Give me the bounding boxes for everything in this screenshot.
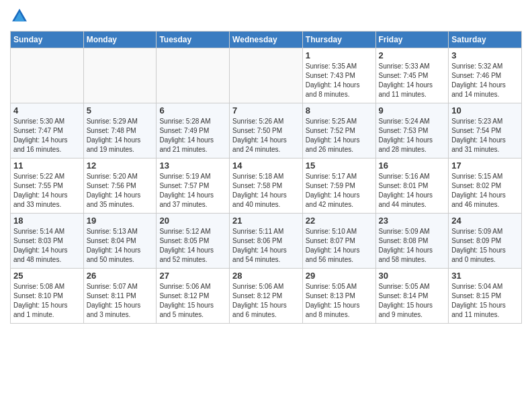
week-row-2: 4Sunrise: 5:30 AM Sunset: 7:47 PM Daylig… [11,103,522,158]
logo [10,7,32,26]
day-info: Sunrise: 5:25 AM Sunset: 7:52 PM Dayligh… [306,117,373,154]
header-saturday: Saturday [449,32,522,48]
day-number: 15 [306,161,373,171]
header [10,7,522,26]
day-info: Sunrise: 5:04 AM Sunset: 8:15 PM Dayligh… [451,282,519,320]
day-cell: 15Sunrise: 5:17 AM Sunset: 7:59 PM Dayli… [302,158,375,214]
day-number: 29 [306,271,373,281]
header-tuesday: Tuesday [157,32,230,48]
day-info: Sunrise: 5:28 AM Sunset: 7:49 PM Dayligh… [159,117,226,154]
day-info: Sunrise: 5:09 AM Sunset: 8:08 PM Dayligh… [379,227,446,265]
day-cell: 13Sunrise: 5:19 AM Sunset: 7:57 PM Dayli… [157,158,230,214]
day-cell [157,48,230,103]
day-number: 9 [379,105,446,116]
day-info: Sunrise: 5:14 AM Sunset: 8:03 PM Dayligh… [13,227,81,265]
day-cell: 26Sunrise: 5:07 AM Sunset: 8:11 PM Dayli… [83,269,157,324]
day-info: Sunrise: 5:09 AM Sunset: 8:09 PM Dayligh… [451,227,519,265]
day-cell: 20Sunrise: 5:12 AM Sunset: 8:05 PM Dayli… [157,214,230,269]
week-row-4: 18Sunrise: 5:14 AM Sunset: 8:03 PM Dayli… [11,214,522,269]
day-number: 26 [87,271,154,281]
day-info: Sunrise: 5:23 AM Sunset: 7:54 PM Dayligh… [451,117,519,154]
week-row-1: 1Sunrise: 5:35 AM Sunset: 7:43 PM Daylig… [11,48,522,103]
day-cell: 25Sunrise: 5:08 AM Sunset: 8:10 PM Dayli… [11,269,84,324]
day-cell: 1Sunrise: 5:35 AM Sunset: 7:43 PM Daylig… [302,48,375,103]
day-cell: 7Sunrise: 5:26 AM Sunset: 7:50 PM Daylig… [230,103,303,158]
day-cell [11,48,84,103]
day-info: Sunrise: 5:33 AM Sunset: 7:45 PM Dayligh… [379,62,446,99]
header-wednesday: Wednesday [230,32,303,48]
day-info: Sunrise: 5:16 AM Sunset: 8:01 PM Dayligh… [379,172,446,210]
day-cell: 2Sunrise: 5:33 AM Sunset: 7:45 PM Daylig… [375,48,449,103]
day-number: 17 [451,161,519,171]
day-number: 7 [232,105,300,116]
day-number: 20 [159,216,226,226]
day-number: 21 [232,216,300,226]
day-cell: 24Sunrise: 5:09 AM Sunset: 8:09 PM Dayli… [449,214,522,269]
day-number: 23 [379,216,446,226]
day-number: 12 [87,161,154,171]
day-number: 25 [13,271,81,281]
day-number: 10 [451,105,519,116]
day-cell: 31Sunrise: 5:04 AM Sunset: 8:15 PM Dayli… [449,269,522,324]
day-number: 6 [159,105,226,116]
day-cell: 6Sunrise: 5:28 AM Sunset: 7:49 PM Daylig… [157,103,230,158]
day-info: Sunrise: 5:07 AM Sunset: 8:11 PM Dayligh… [87,282,154,320]
week-row-5: 25Sunrise: 5:08 AM Sunset: 8:10 PM Dayli… [11,269,522,324]
day-number: 27 [159,271,226,281]
day-info: Sunrise: 5:06 AM Sunset: 8:12 PM Dayligh… [159,282,226,320]
day-cell: 17Sunrise: 5:15 AM Sunset: 8:02 PM Dayli… [449,158,522,214]
calendar-header-row: SundayMondayTuesdayWednesdayThursdayFrid… [11,32,522,48]
day-info: Sunrise: 5:17 AM Sunset: 7:59 PM Dayligh… [306,172,373,210]
day-number: 24 [451,216,519,226]
logo-icon [10,7,29,26]
day-number: 4 [13,105,81,116]
header-sunday: Sunday [11,32,84,48]
day-number: 8 [306,105,373,116]
day-cell: 4Sunrise: 5:30 AM Sunset: 7:47 PM Daylig… [11,103,84,158]
day-cell: 14Sunrise: 5:18 AM Sunset: 7:58 PM Dayli… [230,158,303,214]
day-number: 14 [232,161,300,171]
day-cell: 12Sunrise: 5:20 AM Sunset: 7:56 PM Dayli… [83,158,157,214]
day-cell: 18Sunrise: 5:14 AM Sunset: 8:03 PM Dayli… [11,214,84,269]
header-thursday: Thursday [302,32,375,48]
day-info: Sunrise: 5:06 AM Sunset: 8:12 PM Dayligh… [232,282,300,320]
day-info: Sunrise: 5:05 AM Sunset: 8:13 PM Dayligh… [306,282,373,320]
day-info: Sunrise: 5:32 AM Sunset: 7:46 PM Dayligh… [451,62,519,99]
day-cell: 22Sunrise: 5:10 AM Sunset: 8:07 PM Dayli… [302,214,375,269]
day-cell: 21Sunrise: 5:11 AM Sunset: 8:06 PM Dayli… [230,214,303,269]
day-cell: 27Sunrise: 5:06 AM Sunset: 8:12 PM Dayli… [157,269,230,324]
day-number: 30 [379,271,446,281]
day-info: Sunrise: 5:13 AM Sunset: 8:04 PM Dayligh… [87,227,154,265]
day-cell: 16Sunrise: 5:16 AM Sunset: 8:01 PM Dayli… [375,158,449,214]
day-info: Sunrise: 5:10 AM Sunset: 8:07 PM Dayligh… [306,227,373,265]
day-number: 16 [379,161,446,171]
day-info: Sunrise: 5:08 AM Sunset: 8:10 PM Dayligh… [13,282,81,320]
day-number: 1 [306,50,373,60]
day-info: Sunrise: 5:19 AM Sunset: 7:57 PM Dayligh… [159,172,226,210]
main-container: SundayMondayTuesdayWednesdayThursdayFrid… [0,0,532,330]
day-cell: 10Sunrise: 5:23 AM Sunset: 7:54 PM Dayli… [449,103,522,158]
day-info: Sunrise: 5:26 AM Sunset: 7:50 PM Dayligh… [232,117,300,154]
day-info: Sunrise: 5:30 AM Sunset: 7:47 PM Dayligh… [13,117,81,154]
day-info: Sunrise: 5:35 AM Sunset: 7:43 PM Dayligh… [306,62,373,99]
day-info: Sunrise: 5:20 AM Sunset: 7:56 PM Dayligh… [87,172,154,210]
day-number: 18 [13,216,81,226]
day-cell: 28Sunrise: 5:06 AM Sunset: 8:12 PM Dayli… [230,269,303,324]
day-info: Sunrise: 5:24 AM Sunset: 7:53 PM Dayligh… [379,117,446,154]
day-number: 3 [451,50,519,60]
day-cell: 30Sunrise: 5:05 AM Sunset: 8:14 PM Dayli… [375,269,449,324]
day-number: 13 [159,161,226,171]
day-number: 31 [451,271,519,281]
day-cell: 3Sunrise: 5:32 AM Sunset: 7:46 PM Daylig… [449,48,522,103]
day-cell [83,48,157,103]
day-info: Sunrise: 5:12 AM Sunset: 8:05 PM Dayligh… [159,227,226,265]
header-friday: Friday [375,32,449,48]
day-cell: 8Sunrise: 5:25 AM Sunset: 7:52 PM Daylig… [302,103,375,158]
day-cell: 23Sunrise: 5:09 AM Sunset: 8:08 PM Dayli… [375,214,449,269]
day-number: 5 [87,105,154,116]
day-info: Sunrise: 5:22 AM Sunset: 7:55 PM Dayligh… [13,172,81,210]
day-cell: 9Sunrise: 5:24 AM Sunset: 7:53 PM Daylig… [375,103,449,158]
day-number: 11 [13,161,81,171]
day-info: Sunrise: 5:29 AM Sunset: 7:48 PM Dayligh… [87,117,154,154]
day-cell [230,48,303,103]
